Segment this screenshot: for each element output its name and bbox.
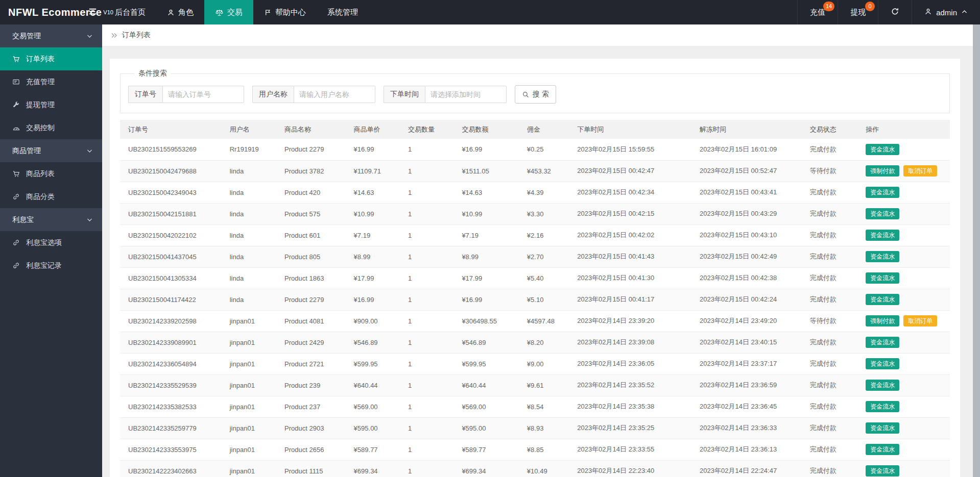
sidebar-item-充值管理[interactable]: 充值管理 xyxy=(0,70,102,93)
cancel-order-button[interactable]: 取消订单 xyxy=(903,165,937,177)
cell-unit_price: ¥7.19 xyxy=(346,224,400,246)
nav-item-系统管理[interactable]: 系统管理 xyxy=(317,0,369,24)
sidebar-item-订单列表[interactable]: 订单列表 xyxy=(0,47,102,70)
force-pay-button[interactable]: 强制付款 xyxy=(866,315,899,327)
cell-order_time: 2023年02月14日 23:39:20 xyxy=(569,310,691,332)
table-row: UB2302142335259779jinpan01Product 2903¥5… xyxy=(120,417,950,439)
table-row: UB2302150042022102lindaProduct 601¥7.191… xyxy=(120,224,950,246)
fund-flow-button[interactable]: 资金流水 xyxy=(866,251,899,262)
cell-status: 完成付款 xyxy=(802,139,857,160)
cell-product: Product 2429 xyxy=(276,332,346,353)
column-header-操作: 操作 xyxy=(857,120,950,139)
cell-status: 完成付款 xyxy=(802,182,857,203)
fund-flow-button[interactable]: 资金流水 xyxy=(866,465,899,476)
cell-unit_price: ¥640.44 xyxy=(346,374,400,396)
cell-qty: 1 xyxy=(400,439,453,460)
gauge-icon xyxy=(12,124,21,132)
cell-status: 完成付款 xyxy=(802,439,857,460)
sidebar-group-label: 利息宝 xyxy=(12,215,86,224)
nav-item-帮助中心[interactable]: 帮助中心 xyxy=(253,0,317,24)
fund-flow-button[interactable]: 资金流水 xyxy=(866,230,899,241)
cell-unfreeze_time: 2023年02月14日 23:49:20 xyxy=(691,310,802,332)
fund-flow-button[interactable]: 资金流水 xyxy=(866,380,899,391)
search-button[interactable]: 搜 索 xyxy=(515,85,556,104)
content-panel: 条件搜索 订单号用户名称下单时间 搜 索 订单号用户名商品名称商品单价交易数量交… xyxy=(110,59,960,477)
cell-unfreeze_time: 2023年02月14日 23:36:13 xyxy=(691,439,802,460)
sidebar-toggle-button[interactable] xyxy=(81,0,104,24)
fund-flow-button[interactable]: 资金流水 xyxy=(866,144,899,155)
cell-order_no: UB2302150042151881 xyxy=(120,203,222,224)
cell-order_time: 2023年02月14日 23:35:38 xyxy=(569,396,691,417)
sidebar-item-利息宝选项[interactable]: 利息宝选项 xyxy=(0,231,102,254)
sidebar-item-label: 订单列表 xyxy=(26,55,55,64)
cell-commission: ¥4597.48 xyxy=(519,310,569,332)
cell-actions: 资金流水 xyxy=(857,460,950,477)
cell-order_time: 2023年02月15日 00:42:02 xyxy=(569,224,691,246)
admin-user-menu[interactable]: admin xyxy=(912,0,980,24)
table-row: UB2302142336054894jinpan01Product 2721¥5… xyxy=(120,353,950,374)
sidebar: 交易管理订单列表充值管理提现管理交易控制商品管理商品列表商品分类利息宝利息宝选项… xyxy=(0,24,102,477)
nav-item-后台首页[interactable]: 后台首页 xyxy=(104,0,156,24)
cell-commission: ¥2.16 xyxy=(519,224,569,246)
cell-unfreeze_time: 2023年02月15日 00:42:49 xyxy=(691,246,802,267)
sidebar-item-商品分类[interactable]: 商品分类 xyxy=(0,185,102,208)
nav-item-交易[interactable]: 交易 xyxy=(204,0,253,24)
sidebar-item-提现管理[interactable]: 提现管理 xyxy=(0,93,102,116)
cell-product: Product 239 xyxy=(276,374,346,396)
cell-order_no: UB2302150041437045 xyxy=(120,246,222,267)
sidebar-item-利息宝记录[interactable]: 利息宝记录 xyxy=(0,254,102,277)
fund-flow-button[interactable]: 资金流水 xyxy=(866,187,899,198)
sidebar-group-交易管理[interactable]: 交易管理 xyxy=(0,24,102,47)
recharge-label: 充值 xyxy=(810,8,825,17)
cell-commission: ¥8.85 xyxy=(519,439,569,460)
cell-order_time: 2023年02月15日 00:42:15 xyxy=(569,203,691,224)
search-input-用户名称[interactable] xyxy=(294,86,375,103)
cell-order_time: 2023年02月15日 00:42:34 xyxy=(569,182,691,203)
cancel-order-button[interactable]: 取消订单 xyxy=(903,315,937,327)
cell-order_no: UB2302142339089901 xyxy=(120,332,222,353)
cell-actions: 资金流水 xyxy=(857,332,950,353)
cell-commission: ¥9.00 xyxy=(519,353,569,374)
search-input-下单时间[interactable] xyxy=(425,86,507,103)
fund-flow-button[interactable]: 资金流水 xyxy=(866,294,899,305)
orders-table: 订单号用户名商品名称商品单价交易数量交易数额佣金下单时间解冻时间交易状态操作 U… xyxy=(120,120,950,477)
table-row: UB2302142335529539jinpan01Product 239¥64… xyxy=(120,374,950,396)
fund-flow-button[interactable]: 资金流水 xyxy=(866,444,899,455)
orders-table-wrap: 订单号用户名商品名称商品单价交易数量交易数额佣金下单时间解冻时间交易状态操作 U… xyxy=(120,120,950,477)
cell-user: jinpan01 xyxy=(222,417,276,439)
cell-product: Product 420 xyxy=(276,182,346,203)
cell-order_no: UB2302142336054894 xyxy=(120,353,222,374)
table-row: UB2302142333553975jinpan01Product 2656¥5… xyxy=(120,439,950,460)
top-nav: NFWL Ecommerce V10 后台首页角色交易帮助中心系统管理 充值 1… xyxy=(0,0,980,24)
cell-product: Product 601 xyxy=(276,224,346,246)
search-input-订单号[interactable] xyxy=(162,86,244,103)
sidebar-group-利息宝[interactable]: 利息宝 xyxy=(0,208,102,231)
recharge-nav-button[interactable]: 充值 14 xyxy=(797,0,838,24)
fund-flow-button[interactable]: 资金流水 xyxy=(866,401,899,412)
withdraw-nav-button[interactable]: 提现 0 xyxy=(838,0,878,24)
cart-icon xyxy=(12,55,21,63)
cell-user: Rr191919 xyxy=(222,139,276,160)
breadcrumb: 订单列表 xyxy=(102,24,973,46)
sidebar-item-商品列表[interactable]: 商品列表 xyxy=(0,162,102,185)
column-header-交易状态: 交易状态 xyxy=(802,120,857,139)
sidebar-item-label: 商品分类 xyxy=(26,192,55,202)
table-row: UB2302142223402663jinpan01Product 1115¥6… xyxy=(120,460,950,477)
cell-product: Product 2721 xyxy=(276,353,346,374)
cell-unfreeze_time: 2023年02月15日 00:43:10 xyxy=(691,224,802,246)
vertical-scrollbar[interactable] xyxy=(973,24,980,477)
search-field-group-下单时间: 下单时间 xyxy=(384,86,507,103)
sidebar-item-交易控制[interactable]: 交易控制 xyxy=(0,116,102,139)
force-pay-button[interactable]: 强制付款 xyxy=(866,165,899,177)
refresh-button[interactable] xyxy=(878,0,912,24)
cell-commission: ¥5.40 xyxy=(519,267,569,289)
nav-item-角色[interactable]: 角色 xyxy=(156,0,204,24)
fund-flow-button[interactable]: 资金流水 xyxy=(866,272,899,284)
cell-commission: ¥10.49 xyxy=(519,460,569,477)
fund-flow-button[interactable]: 资金流水 xyxy=(866,422,899,434)
cell-actions: 强制付款取消订单 xyxy=(857,310,950,332)
fund-flow-button[interactable]: 资金流水 xyxy=(866,337,899,348)
fund-flow-button[interactable]: 资金流水 xyxy=(866,358,899,369)
fund-flow-button[interactable]: 资金流水 xyxy=(866,208,899,219)
sidebar-group-商品管理[interactable]: 商品管理 xyxy=(0,139,102,162)
